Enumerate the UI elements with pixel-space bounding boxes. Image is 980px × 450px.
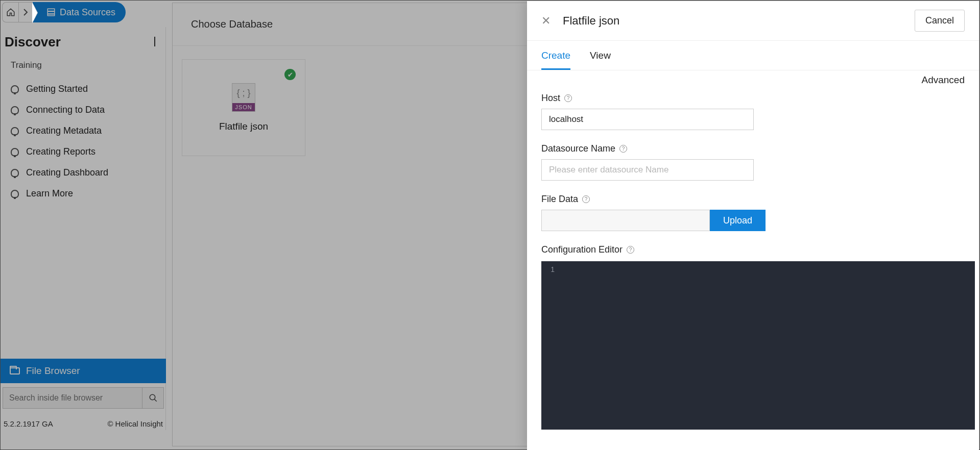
panel-title: Flatfile json — [563, 14, 619, 28]
filedata-label: File Data ? — [541, 194, 965, 205]
datasource-name-input[interactable] — [541, 159, 754, 181]
host-label-text: Host — [541, 93, 560, 104]
help-icon[interactable]: ? — [582, 195, 590, 203]
panel-header: ✕ Flatfile json Cancel — [527, 1, 979, 41]
filedata-label-text: File Data — [541, 194, 578, 205]
host-input[interactable] — [541, 109, 754, 130]
help-icon[interactable]: ? — [627, 246, 634, 254]
config-label-text: Configuration Editor — [541, 244, 623, 255]
tab-create[interactable]: Create — [541, 50, 570, 70]
host-label: Host ? — [541, 93, 965, 104]
panel-body: Advanced Host ? Datasource Name ? File D… — [527, 70, 979, 450]
config-label: Configuration Editor ? — [541, 244, 965, 255]
line-number: 1 — [551, 265, 555, 273]
close-icon[interactable]: ✕ — [541, 14, 551, 28]
editor-gutter: 1 — [541, 261, 560, 430]
help-icon[interactable]: ? — [619, 145, 627, 153]
configuration-editor[interactable]: 1 — [541, 261, 975, 430]
file-path-display — [541, 210, 710, 231]
advanced-link[interactable]: Advanced — [921, 74, 965, 86]
field-file-data: File Data ? Upload — [541, 194, 965, 231]
panel-tabs: Create View — [527, 41, 979, 70]
dsname-label: Datasource Name ? — [541, 143, 965, 154]
field-host: Host ? — [541, 93, 965, 130]
editor-code-area[interactable] — [560, 261, 975, 430]
datasource-panel: ✕ Flatfile json Cancel Create View Advan… — [527, 1, 979, 450]
dsname-label-text: Datasource Name — [541, 143, 615, 154]
tab-view[interactable]: View — [590, 50, 611, 70]
help-icon[interactable]: ? — [564, 94, 572, 102]
field-configuration-editor: Configuration Editor ? 1 — [541, 244, 965, 430]
upload-button[interactable]: Upload — [710, 210, 766, 231]
field-datasource-name: Datasource Name ? — [541, 143, 965, 181]
cancel-button[interactable]: Cancel — [915, 10, 965, 32]
